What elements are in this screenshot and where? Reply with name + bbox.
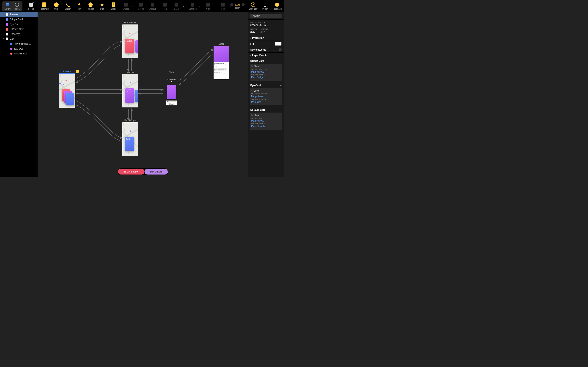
chevron-down-icon: ▾ xyxy=(215,6,215,8)
star-tool[interactable]: ★Star xyxy=(98,2,106,10)
flip-button[interactable]: Flip xyxy=(219,2,227,10)
chevron-down-icon[interactable]: ▾ xyxy=(268,93,268,95)
back-icon xyxy=(174,2,179,7)
zoom-in-button[interactable]: + xyxy=(242,3,245,6)
scene-pick-stpauls[interactable]: Pick StPauls St Paul's Cathedral xyxy=(122,21,138,58)
layer-item-bridge-card[interactable]: Bridge Card xyxy=(0,17,38,22)
layer-events-section[interactable]: ›Layer Events xyxy=(248,52,284,58)
layer-item-stpauls-card[interactable]: StPauls Card xyxy=(0,27,38,32)
chevron-down-icon[interactable]: ▾ xyxy=(265,74,266,76)
transition-type-select[interactable]: Magic Move xyxy=(251,95,281,98)
scene-pick-bridge[interactable]: Pick Bridge Tower Bridge xyxy=(122,119,138,156)
history-icon xyxy=(15,2,19,7)
rectangle-tool[interactable]: Rectangle xyxy=(40,2,49,10)
transform-tools: Combine▾ Align▾ Flip▾ xyxy=(189,2,231,10)
sort-handle-icon[interactable]: ⇅ xyxy=(251,114,253,116)
flip-icon xyxy=(221,2,225,7)
edit-animation-button[interactable]: Edit Animation xyxy=(118,169,145,175)
chevron-down-icon: ▾ xyxy=(199,6,200,8)
toolbar: Layers History Scene Rectangle Oval Bezi… xyxy=(0,0,284,12)
add-event-button[interactable]: + xyxy=(280,84,282,87)
embed-button[interactable]: Embed xyxy=(122,2,130,10)
scene-button[interactable]: Scene xyxy=(27,2,35,10)
target-scene-select[interactable]: Pick Bridge xyxy=(251,76,281,79)
oval-tool[interactable]: Oval xyxy=(52,2,60,10)
text-tool[interactable]: AText xyxy=(75,2,83,10)
bottom-edit-buttons: Edit Animation Edit Drivers xyxy=(118,168,168,175)
target-scene-select[interactable]: Pick Eye xyxy=(251,100,281,103)
chevron-down-icon[interactable]: ▾ xyxy=(268,68,268,70)
polygon-tool[interactable]: Polygon xyxy=(87,2,95,10)
scene-plus-icon xyxy=(29,2,34,7)
layer-item-underlay[interactable]: Underlay xyxy=(0,32,38,36)
layer-item-eye-card[interactable]: Eye Card xyxy=(0,22,38,27)
chevron-down-icon[interactable]: ▾ xyxy=(265,123,266,125)
oval-icon xyxy=(54,2,59,7)
sort-handle-icon[interactable]: ⇅ xyxy=(251,65,253,67)
feedback-button[interactable]: !Feedback xyxy=(273,2,282,10)
add-event-button[interactable]: + xyxy=(280,108,282,111)
event-group-eye-card: Eye Card + xyxy=(248,82,284,88)
canvas[interactable]: Preview ⚡ Pick StPauls St Paul's Cathedr… xyxy=(38,12,248,177)
event-card[interactable]: ⇅Click TRANSITION TYPE ▾ Magic Move TARG… xyxy=(250,88,282,105)
layers-icon xyxy=(5,2,10,7)
layer-item-map[interactable]: ▼Map xyxy=(0,36,38,42)
chevron-down-icon[interactable]: ▾ xyxy=(264,21,265,23)
edit-drivers-button[interactable]: Edit Drivers xyxy=(144,169,168,175)
combine-button[interactable]: Combine xyxy=(189,2,197,10)
chevron-down-icon: ▾ xyxy=(230,6,231,8)
fill-color-swatch[interactable] xyxy=(275,42,282,46)
scene-zoom[interactable]: Zoom London Eye Visit London Eye Enjoy a… xyxy=(164,71,179,108)
mirror-button[interactable]: Mirror xyxy=(261,2,269,10)
ungroup-button[interactable]: Ungroup xyxy=(148,2,156,10)
history-tab[interactable]: History xyxy=(13,2,21,10)
target-scene-select[interactable]: Pick StPauls xyxy=(251,125,281,128)
event-card[interactable]: ⇅Click TRANSITION TYPE ▾ Magic Move TARG… xyxy=(250,113,282,130)
zoom-out-button[interactable]: − xyxy=(230,3,233,6)
height-input[interactable]: 812 xyxy=(260,30,268,33)
polygon-icon xyxy=(88,2,93,7)
event-card[interactable]: ⇅Click TRANSITION TYPE ▾ Magic Move TARG… xyxy=(250,64,282,81)
scene-title-input[interactable] xyxy=(250,14,282,18)
disclosure-triangle-icon[interactable]: ▼ xyxy=(3,38,5,40)
fill-section[interactable]: Fill xyxy=(248,41,284,47)
layers-panel: Preview Bridge Card Eye Card StPauls Car… xyxy=(0,12,38,177)
projection-section[interactable]: ›Projection xyxy=(248,35,284,41)
chevron-right-icon: › xyxy=(250,37,251,39)
scroll-tool[interactable]: Scroll xyxy=(110,2,117,10)
combine-icon xyxy=(190,2,195,7)
front-button[interactable]: Front xyxy=(161,2,169,10)
group-button[interactable]: Group xyxy=(137,2,145,10)
add-event-button[interactable]: + xyxy=(280,59,282,62)
embed-icon xyxy=(123,2,128,7)
align-button[interactable]: Align xyxy=(204,2,212,10)
scene-detail[interactable]: Detail Visit London Eye Enjoy a unique p… xyxy=(214,43,229,79)
add-scene-event-button[interactable]: + xyxy=(279,48,282,51)
scene-events-section[interactable]: Scene Events + xyxy=(248,47,284,52)
scene-pick-eye[interactable]: Pick Eye London Eye xyxy=(122,71,138,108)
scroll-icon xyxy=(111,2,116,7)
transition-type-select[interactable]: Magic Move xyxy=(251,119,281,122)
sort-handle-icon[interactable]: ⇅ xyxy=(251,90,253,92)
layer-item-eye-dot[interactable]: Eye Dot xyxy=(0,46,38,51)
chevron-down-icon: ▾ xyxy=(183,6,184,8)
size-preset-value[interactable]: iPhone X, Xs xyxy=(250,24,282,26)
layer-item-tower-bridge-dot[interactable]: Tower Bridge… xyxy=(0,42,38,46)
zoom-value[interactable]: 21% xyxy=(235,3,240,6)
width-input[interactable]: 375 xyxy=(250,30,257,33)
embed-group-tools: Embed▾ Group Ungroup xyxy=(122,2,156,10)
simulator-button[interactable]: Simulator xyxy=(249,2,258,10)
chevron-down-icon[interactable]: ▾ xyxy=(265,99,266,100)
chevron-down-icon: › xyxy=(250,55,252,56)
scene-preview[interactable]: Preview ⚡ xyxy=(59,70,75,108)
bezier-tool[interactable]: Bezier xyxy=(64,2,72,10)
transition-type-select[interactable]: Magic Move xyxy=(251,70,281,73)
right-tools: Simulator Mirror !Feedback xyxy=(249,2,282,10)
layers-tab[interactable]: Layers xyxy=(4,2,11,10)
layer-item-stpauls-dot[interactable]: StPauls Dot xyxy=(0,51,38,56)
bolt-icon: ⚡ xyxy=(76,70,79,73)
text-icon: A xyxy=(77,2,82,7)
back-button[interactable]: Back xyxy=(173,2,180,10)
layer-item-preview[interactable]: Preview xyxy=(0,12,38,17)
chevron-down-icon[interactable]: ▾ xyxy=(268,117,268,119)
